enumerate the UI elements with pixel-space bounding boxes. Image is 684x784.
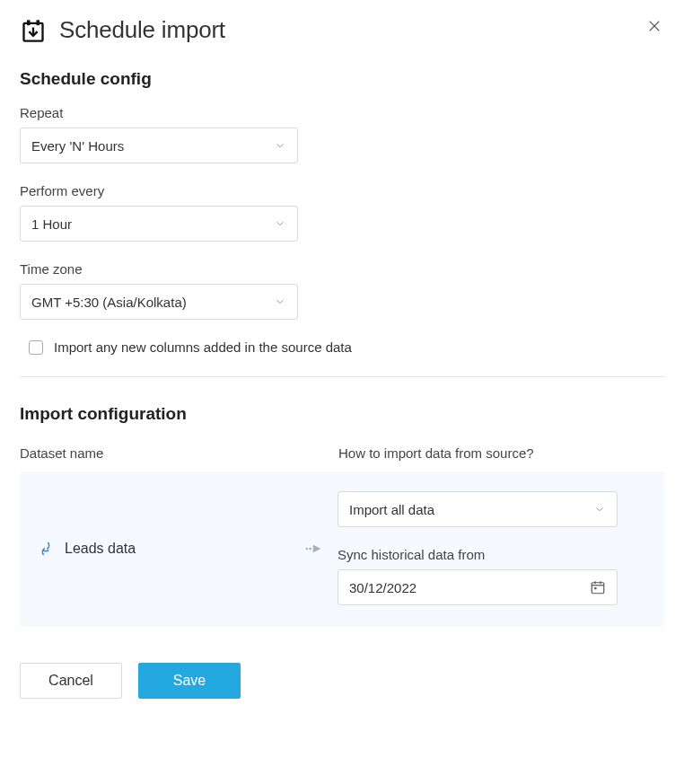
import-new-columns-checkbox[interactable] (29, 340, 43, 355)
svg-rect-9 (592, 583, 604, 594)
sync-from-date-input[interactable]: 30/12/2022 (338, 569, 618, 605)
section-divider (20, 376, 664, 377)
svg-point-7 (310, 548, 311, 550)
sync-from-label: Sync historical data from (338, 547, 648, 562)
timezone-select[interactable]: GMT +5:30 (Asia/Kolkata) (20, 284, 298, 320)
sync-from-date-value: 30/12/2022 (349, 580, 417, 595)
calendar-icon (590, 579, 606, 595)
link-icon (36, 539, 56, 559)
import-config-panel: Leads data Import all data Sync historic… (20, 471, 664, 627)
perform-every-value: 1 Hour (31, 216, 72, 232)
repeat-label: Repeat (20, 105, 664, 120)
import-config-right: Import all data Sync historical data fro… (338, 491, 648, 605)
mapping-arrow-icon (305, 543, 338, 554)
dataset-name-header: Dataset name (20, 445, 338, 461)
save-button[interactable]: Save (138, 663, 241, 699)
timezone-value: GMT +5:30 (Asia/Kolkata) (31, 295, 187, 310)
svg-rect-2 (37, 20, 40, 25)
dataset-name-value: Leads data (65, 541, 136, 557)
import-method-select[interactable]: Import all data (338, 491, 618, 527)
schedule-config-heading: Schedule config (20, 69, 664, 89)
svg-rect-1 (27, 20, 31, 25)
import-new-columns-row: Import any new columns added in the sour… (29, 339, 664, 355)
timezone-field: Time zone GMT +5:30 (Asia/Kolkata) (20, 261, 664, 320)
close-icon (646, 22, 662, 37)
perform-every-select[interactable]: 1 Hour (20, 206, 298, 242)
dialog-header: Schedule import (20, 16, 664, 44)
repeat-select[interactable]: Every 'N' Hours (20, 128, 298, 163)
import-method-value: Import all data (349, 502, 434, 517)
chevron-down-icon (593, 503, 606, 515)
perform-every-label: Perform every (20, 183, 664, 198)
import-new-columns-label: Import any new columns added in the sour… (54, 339, 352, 355)
chevron-down-icon (274, 139, 286, 152)
perform-every-field: Perform every 1 Hour (20, 183, 664, 242)
svg-point-6 (306, 548, 308, 550)
dialog-title: Schedule import (59, 16, 225, 44)
import-method-header: How to import data from source? (338, 445, 664, 461)
timezone-label: Time zone (20, 261, 664, 277)
calendar-import-icon (20, 17, 47, 44)
dataset-name-cell: Leads data (36, 539, 305, 559)
chevron-down-icon (274, 217, 286, 230)
repeat-value: Every 'N' Hours (31, 138, 124, 154)
chevron-down-icon (274, 295, 286, 308)
repeat-field: Repeat Every 'N' Hours (20, 105, 664, 163)
svg-rect-13 (594, 587, 596, 589)
svg-marker-8 (313, 545, 320, 551)
dialog-footer: Cancel Save (20, 663, 664, 699)
import-config-columns-header: Dataset name How to import data from sou… (20, 445, 664, 461)
cancel-button[interactable]: Cancel (20, 663, 122, 699)
close-button[interactable] (646, 18, 662, 38)
schedule-import-dialog: Schedule import Schedule config Repeat E… (0, 0, 684, 784)
import-config-heading: Import configuration (20, 404, 664, 424)
import-config-row: Leads data Import all data Sync historic… (36, 491, 648, 605)
